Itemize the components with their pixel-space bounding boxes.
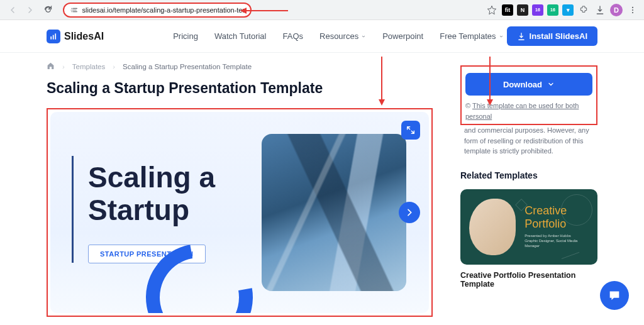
nav-resources[interactable]: Resources (319, 31, 366, 41)
main-nav: Pricing Watch Tutorial FAQs Resources Po… (173, 31, 503, 41)
home-icon (47, 62, 55, 70)
page-title: Scaling a Startup Presentation Template (47, 80, 433, 97)
svg-rect-3 (50, 36, 52, 40)
annotation-box-preview: Scaling aStartup STARTUP PRESENTATION (47, 108, 433, 317)
breadcrumb: › Templates › Scaling a Startup Presenta… (47, 62, 433, 71)
nav-tutorial[interactable]: Watch Tutorial (214, 31, 267, 41)
svg-point-2 (632, 12, 633, 13)
slide-image (262, 134, 406, 291)
download-icon (517, 32, 526, 41)
breadcrumb-home[interactable] (47, 62, 55, 71)
license-text: © This template can be used for both per… (465, 101, 592, 121)
extension-icon[interactable]: N (517, 4, 528, 16)
svg-rect-4 (53, 35, 54, 39)
logo-text: SlidesAI (64, 31, 104, 42)
related-heading: Related Templates (460, 170, 597, 180)
back-button[interactable] (5, 3, 20, 18)
expand-icon (406, 125, 416, 135)
download-button[interactable]: Download (465, 73, 592, 96)
nav-faqs[interactable]: FAQs (283, 31, 304, 41)
slide-title: Scaling aStartup (88, 162, 262, 226)
extension-icon[interactable]: 16 (547, 4, 558, 16)
svg-rect-5 (55, 33, 56, 39)
logo[interactable]: SlidesAI (47, 30, 104, 43)
related-caption: Creative Portfolio Presentation Template (460, 271, 597, 289)
site-header: SlidesAI Pricing Watch Tutorial FAQs Res… (0, 20, 644, 53)
breadcrumb-current: Scaling a Startup Presentation Template (123, 63, 252, 70)
template-preview: Scaling aStartup STARTUP PRESENTATION (50, 112, 429, 313)
download-icon[interactable] (594, 4, 606, 16)
decorative-bar (72, 156, 74, 263)
chat-icon (608, 289, 621, 302)
address-bar[interactable]: slidesai.io/template/scaling-a-startup-p… (63, 3, 252, 18)
browser-toolbar: slidesai.io/template/scaling-a-startup-p… (0, 0, 644, 20)
annotation-box-download: Download © This template can be used for… (460, 65, 597, 125)
extension-icon[interactable]: fit (502, 4, 513, 16)
chat-button[interactable] (600, 281, 629, 310)
reload-button[interactable] (40, 3, 55, 18)
related-subtitle: Presented by Amber HobbsGraphic Designer… (525, 234, 589, 248)
nav-pricing[interactable]: Pricing (173, 31, 198, 41)
chevron-down-icon (547, 80, 555, 88)
forward-button[interactable] (23, 3, 38, 18)
breadcrumb-templates[interactable]: Templates (72, 63, 105, 70)
chevron-down-icon (361, 34, 366, 39)
svg-point-0 (632, 6, 633, 8)
kebab-menu-icon[interactable] (626, 4, 639, 16)
star-icon[interactable] (486, 4, 498, 16)
extensions-icon[interactable] (577, 4, 590, 16)
related-thumbnail (469, 199, 516, 255)
next-slide-button[interactable] (399, 202, 420, 223)
extension-icon[interactable]: 16 (532, 4, 543, 16)
install-button[interactable]: Install SlidesAI (507, 26, 597, 46)
site-settings-icon (70, 6, 79, 14)
license-text-cont: and commercial purposes. However, any fo… (460, 125, 597, 157)
related-template-card[interactable]: CreativePortfolio Presented by Amber Hob… (460, 189, 597, 265)
url-text: slidesai.io/template/scaling-a-startup-p… (82, 6, 244, 14)
svg-point-1 (632, 9, 633, 10)
profile-avatar[interactable]: D (610, 4, 623, 16)
breadcrumb-separator: › (113, 63, 115, 70)
nav-powerpoint[interactable]: Powerpoint (382, 31, 423, 41)
chevron-right-icon (404, 207, 414, 218)
expand-button[interactable] (401, 121, 420, 140)
nav-free-templates[interactable]: Free Templates (440, 31, 503, 41)
logo-icon (47, 30, 60, 43)
chevron-down-icon (499, 34, 504, 39)
breadcrumb-separator: › (62, 63, 65, 70)
extension-icon[interactable]: ▾ (562, 4, 574, 16)
